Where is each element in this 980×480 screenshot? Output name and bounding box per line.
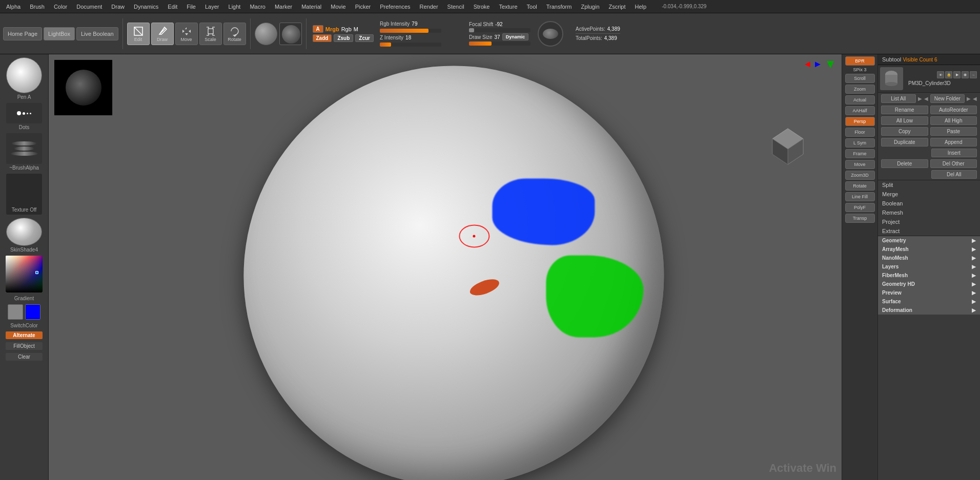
aahalf-button[interactable]: AAHalf bbox=[845, 106, 875, 115]
menu-item-tool[interactable]: Tool bbox=[523, 3, 541, 11]
del-other-button[interactable]: Del Other bbox=[930, 159, 977, 168]
copy-button[interactable]: Copy bbox=[881, 127, 928, 136]
menu-item-brush[interactable]: Brush bbox=[26, 3, 49, 11]
live-boolean-button[interactable]: Live Boolean bbox=[76, 27, 118, 40]
menu-item-render[interactable]: Render bbox=[416, 3, 442, 11]
nav-cube[interactable] bbox=[770, 126, 811, 172]
z-intensity-slider[interactable] bbox=[380, 43, 441, 47]
menu-item-macro[interactable]: Macro bbox=[246, 3, 270, 11]
split-item[interactable]: Split bbox=[878, 180, 980, 190]
menu-item-marker[interactable]: Marker bbox=[271, 3, 296, 11]
zoom3d-button[interactable]: Zoom3D bbox=[845, 171, 875, 180]
geometry-section-header[interactable]: Geometry ▶ bbox=[878, 236, 980, 245]
home-page-button[interactable]: Home Page bbox=[3, 27, 42, 40]
draw-tool-button[interactable]: Draw bbox=[151, 23, 174, 45]
preview-section-header[interactable]: Preview ▶ bbox=[878, 288, 980, 297]
bpr-button[interactable]: BPR bbox=[845, 56, 875, 66]
extract-item[interactable]: Extract bbox=[878, 226, 980, 236]
menu-item-preferences[interactable]: Preferences bbox=[376, 3, 414, 11]
lsym-button[interactable]: L Sym bbox=[845, 138, 875, 148]
subtool-lock-icon[interactable]: 🔒 bbox=[945, 71, 952, 78]
menu-item-zplugin[interactable]: Zplugin bbox=[577, 3, 603, 11]
scale-tool-button[interactable]: Scale bbox=[199, 23, 222, 45]
lightbox-button[interactable]: LightBox bbox=[44, 27, 75, 40]
new-folder-button[interactable]: New Folder bbox=[930, 94, 965, 103]
actual-button[interactable]: Actual bbox=[845, 95, 875, 105]
project-item[interactable]: Project bbox=[878, 217, 980, 226]
edit-tool-button[interactable]: Edit bbox=[127, 23, 150, 45]
alpha-preview[interactable] bbox=[6, 133, 42, 164]
primary-color-swatch[interactable] bbox=[8, 304, 23, 320]
move-tool-button[interactable]: Move bbox=[175, 23, 198, 45]
draw-size-slider[interactable] bbox=[469, 41, 530, 46]
material-preview[interactable] bbox=[6, 218, 42, 246]
focal-shift-slider[interactable] bbox=[469, 28, 530, 32]
remesh-item[interactable]: Remesh bbox=[878, 208, 980, 217]
menu-item-stroke[interactable]: Stroke bbox=[469, 3, 494, 11]
half-sphere-icon[interactable] bbox=[279, 23, 302, 45]
menu-item-material[interactable]: Material bbox=[297, 3, 325, 11]
menu-item-draw[interactable]: Draw bbox=[107, 3, 129, 11]
line-fill-button[interactable]: Line Fill bbox=[845, 192, 875, 201]
append-button[interactable]: Append bbox=[930, 138, 977, 147]
stroke-preview[interactable] bbox=[6, 103, 42, 123]
all-low-button[interactable]: All Low bbox=[881, 116, 928, 125]
delete-button[interactable]: Delete bbox=[881, 159, 928, 168]
menu-item-help[interactable]: Help bbox=[631, 3, 651, 11]
move-button[interactable]: Move bbox=[845, 160, 875, 169]
menu-item-texture[interactable]: Texture bbox=[495, 3, 521, 11]
surface-section-header[interactable]: Surface ▶ bbox=[878, 297, 980, 306]
alternate-button[interactable]: Alternate bbox=[6, 331, 43, 339]
menu-item-layer[interactable]: Layer bbox=[201, 3, 223, 11]
all-high-button[interactable]: All High bbox=[930, 116, 977, 125]
zsub-button[interactable]: Zsub bbox=[334, 34, 353, 42]
menu-item-color[interactable]: Color bbox=[50, 3, 71, 11]
paste-button[interactable]: Paste bbox=[930, 127, 977, 136]
menu-item-alpha[interactable]: Alpha bbox=[2, 3, 25, 11]
zcur-button[interactable]: Zcur bbox=[355, 34, 374, 42]
transp-button[interactable]: Transp bbox=[845, 214, 875, 223]
array-mesh-section-header[interactable]: ArrayMesh ▶ bbox=[878, 245, 980, 254]
scroll-button[interactable]: Scroll bbox=[845, 74, 875, 83]
menu-item-movie[interactable]: Movie bbox=[326, 3, 350, 11]
list-all-button[interactable]: List All bbox=[881, 94, 916, 103]
3d-sphere[interactable] bbox=[243, 66, 664, 480]
merge-item[interactable]: Merge bbox=[878, 190, 980, 199]
dynamic-button[interactable]: Dynamic bbox=[502, 33, 529, 40]
geometry-hd-section-header[interactable]: Geometry HD ▶ bbox=[878, 280, 980, 288]
subtool-thumb[interactable] bbox=[880, 67, 903, 90]
floor-button[interactable]: Floor bbox=[845, 128, 875, 137]
nano-mesh-section-header[interactable]: NanoMesh ▶ bbox=[878, 254, 980, 262]
rotate-tool-button[interactable]: Rotate bbox=[223, 23, 246, 45]
material-sphere-icon[interactable] bbox=[255, 23, 277, 45]
polyf-button[interactable]: PolyF bbox=[845, 203, 875, 212]
auto-reorder-button[interactable]: AutoReorder bbox=[930, 106, 977, 114]
rename-button[interactable]: Rename bbox=[881, 106, 928, 114]
subtool-arrow-icon[interactable]: → bbox=[970, 71, 977, 78]
zoom-button[interactable]: Zoom bbox=[845, 85, 875, 94]
rgb-label[interactable]: Rgb bbox=[341, 26, 352, 32]
menu-item-picker[interactable]: Picker bbox=[351, 3, 375, 11]
frame-button[interactable]: Frame bbox=[845, 149, 875, 158]
canvas-area[interactable]: ◄ ► ▼ Activate Win bbox=[49, 54, 842, 480]
menu-item-stencil[interactable]: Stencil bbox=[443, 3, 468, 11]
del-all-button[interactable]: Del All bbox=[931, 170, 977, 179]
menu-item-transform[interactable]: Transform bbox=[542, 3, 576, 11]
subtool-visible-icon[interactable]: ◉ bbox=[962, 71, 969, 78]
color-picker[interactable] bbox=[6, 256, 43, 293]
boolean-item[interactable]: Boolean bbox=[878, 199, 980, 208]
duplicate-button[interactable]: Duplicate bbox=[881, 138, 928, 147]
fiber-mesh-section-header[interactable]: FiberMesh ▶ bbox=[878, 271, 980, 280]
menu-item-edit[interactable]: Edit bbox=[164, 3, 181, 11]
secondary-color-swatch[interactable] bbox=[25, 304, 40, 320]
subtool-eye-icon[interactable]: 👁 bbox=[937, 71, 944, 78]
menu-item-dynamics[interactable]: Dynamics bbox=[130, 3, 162, 11]
insert-button[interactable]: Insert bbox=[931, 149, 977, 157]
zadd-button[interactable]: Zadd bbox=[313, 34, 332, 42]
rgb-intensity-slider[interactable] bbox=[380, 29, 441, 33]
subtool-expand-icon[interactable]: ▶ bbox=[953, 71, 961, 78]
rotate-button[interactable]: Rotate bbox=[845, 181, 875, 191]
menu-item-file[interactable]: File bbox=[182, 3, 200, 11]
layers-section-header[interactable]: Layers ▶ bbox=[878, 262, 980, 271]
menu-item-document[interactable]: Document bbox=[72, 3, 106, 11]
